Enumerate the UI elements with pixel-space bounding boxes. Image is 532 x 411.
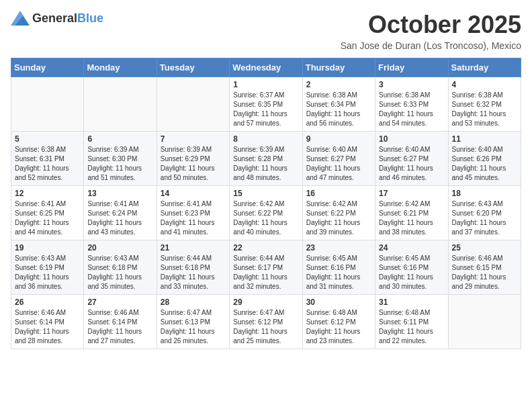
- cell-info: Sunrise: 6:41 AMSunset: 6:25 PMDaylight:…: [15, 199, 80, 237]
- calendar-cell: 18Sunrise: 6:43 AMSunset: 6:20 PMDayligh…: [448, 186, 521, 240]
- day-number: 26: [15, 298, 80, 307]
- day-number: 11: [452, 134, 517, 144]
- day-number: 16: [306, 189, 371, 198]
- cell-info: Sunrise: 6:48 AMSunset: 6:12 PMDaylight:…: [306, 308, 371, 346]
- weekday-header-thursday: Thursday: [302, 58, 375, 77]
- calendar-week-5: 26Sunrise: 6:46 AMSunset: 6:14 PMDayligh…: [11, 295, 521, 349]
- weekday-header-monday: Monday: [84, 58, 157, 77]
- calendar-cell: 26Sunrise: 6:46 AMSunset: 6:14 PMDayligh…: [11, 295, 84, 349]
- cell-info: Sunrise: 6:45 AMSunset: 6:16 PMDaylight:…: [306, 254, 371, 291]
- day-number: 5: [15, 134, 80, 144]
- day-number: 27: [87, 298, 152, 307]
- day-number: 19: [15, 243, 80, 253]
- cell-info: Sunrise: 6:42 AMSunset: 6:22 PMDaylight:…: [233, 199, 298, 237]
- day-number: 18: [452, 189, 517, 198]
- cell-info: Sunrise: 6:38 AMSunset: 6:31 PMDaylight:…: [15, 145, 80, 183]
- cell-info: Sunrise: 6:41 AMSunset: 6:24 PMDaylight:…: [87, 199, 152, 237]
- calendar-cell: 17Sunrise: 6:42 AMSunset: 6:21 PMDayligh…: [375, 186, 448, 240]
- calendar-cell: 14Sunrise: 6:41 AMSunset: 6:23 PMDayligh…: [157, 186, 229, 240]
- day-number: 17: [379, 189, 444, 198]
- cell-info: Sunrise: 6:40 AMSunset: 6:26 PMDaylight:…: [452, 145, 517, 183]
- cell-info: Sunrise: 6:46 AMSunset: 6:14 PMDaylight:…: [15, 308, 80, 346]
- cell-info: Sunrise: 6:40 AMSunset: 6:27 PMDaylight:…: [306, 145, 371, 183]
- cell-info: Sunrise: 6:42 AMSunset: 6:21 PMDaylight:…: [379, 199, 444, 237]
- calendar-cell: 9Sunrise: 6:40 AMSunset: 6:27 PMDaylight…: [302, 132, 375, 186]
- weekday-header-sunday: Sunday: [11, 58, 84, 77]
- calendar-cell: 28Sunrise: 6:47 AMSunset: 6:13 PMDayligh…: [157, 295, 229, 349]
- day-number: 23: [306, 243, 371, 253]
- calendar-cell: 11Sunrise: 6:40 AMSunset: 6:26 PMDayligh…: [448, 132, 521, 186]
- cell-info: Sunrise: 6:43 AMSunset: 6:19 PMDaylight:…: [15, 254, 80, 291]
- logo-general: General: [32, 11, 77, 25]
- calendar-cell: 25Sunrise: 6:46 AMSunset: 6:15 PMDayligh…: [448, 240, 521, 295]
- page-header: GeneralBlue October 2025 San Jose de Dur…: [11, 11, 521, 51]
- cell-info: Sunrise: 6:39 AMSunset: 6:30 PMDaylight:…: [87, 145, 152, 183]
- day-number: 4: [452, 80, 517, 89]
- calendar-cell: 16Sunrise: 6:42 AMSunset: 6:22 PMDayligh…: [302, 186, 375, 240]
- cell-info: Sunrise: 6:39 AMSunset: 6:29 PMDaylight:…: [161, 145, 226, 183]
- calendar-cell: 29Sunrise: 6:47 AMSunset: 6:12 PMDayligh…: [230, 295, 302, 349]
- calendar-cell: [157, 77, 229, 132]
- calendar-cell: 24Sunrise: 6:45 AMSunset: 6:16 PMDayligh…: [375, 240, 448, 295]
- cell-info: Sunrise: 6:44 AMSunset: 6:17 PMDaylight:…: [233, 254, 298, 291]
- calendar-cell: 19Sunrise: 6:43 AMSunset: 6:19 PMDayligh…: [11, 240, 84, 295]
- calendar-cell: 12Sunrise: 6:41 AMSunset: 6:25 PMDayligh…: [11, 186, 84, 240]
- weekday-header-wednesday: Wednesday: [230, 58, 302, 77]
- calendar-cell: 3Sunrise: 6:38 AMSunset: 6:33 PMDaylight…: [375, 77, 448, 132]
- cell-info: Sunrise: 6:43 AMSunset: 6:20 PMDaylight:…: [452, 199, 517, 237]
- cell-info: Sunrise: 6:38 AMSunset: 6:34 PMDaylight:…: [306, 91, 371, 128]
- calendar-cell: 15Sunrise: 6:42 AMSunset: 6:22 PMDayligh…: [230, 186, 302, 240]
- title-block: October 2025 San Jose de Duran (Los Tron…: [341, 11, 521, 51]
- weekday-header-tuesday: Tuesday: [157, 58, 229, 77]
- day-number: 25: [452, 243, 517, 253]
- day-number: 1: [233, 80, 298, 89]
- cell-info: Sunrise: 6:38 AMSunset: 6:32 PMDaylight:…: [452, 91, 517, 128]
- calendar-cell: 4Sunrise: 6:38 AMSunset: 6:32 PMDaylight…: [448, 77, 521, 132]
- weekday-header-saturday: Saturday: [448, 58, 521, 77]
- cell-info: Sunrise: 6:41 AMSunset: 6:23 PMDaylight:…: [161, 199, 226, 237]
- calendar-cell: 8Sunrise: 6:39 AMSunset: 6:28 PMDaylight…: [230, 132, 302, 186]
- logo: GeneralBlue: [11, 11, 103, 26]
- day-number: 14: [161, 189, 226, 198]
- cell-info: Sunrise: 6:43 AMSunset: 6:18 PMDaylight:…: [87, 254, 152, 291]
- day-number: 29: [233, 298, 298, 307]
- logo-blue: Blue: [77, 11, 103, 25]
- weekday-header-friday: Friday: [375, 58, 448, 77]
- day-number: 2: [306, 80, 371, 89]
- logo-icon: [11, 11, 30, 26]
- calendar-cell: 6Sunrise: 6:39 AMSunset: 6:30 PMDaylight…: [84, 132, 157, 186]
- day-number: 13: [87, 189, 152, 198]
- calendar-week-1: 1Sunrise: 6:37 AMSunset: 6:35 PMDaylight…: [11, 77, 521, 132]
- day-number: 20: [87, 243, 152, 253]
- cell-info: Sunrise: 6:39 AMSunset: 6:28 PMDaylight:…: [233, 145, 298, 183]
- day-number: 30: [306, 298, 371, 307]
- cell-info: Sunrise: 6:40 AMSunset: 6:27 PMDaylight:…: [379, 145, 444, 183]
- calendar-week-4: 19Sunrise: 6:43 AMSunset: 6:19 PMDayligh…: [11, 240, 521, 295]
- cell-info: Sunrise: 6:47 AMSunset: 6:13 PMDaylight:…: [161, 308, 226, 346]
- calendar-cell: 27Sunrise: 6:46 AMSunset: 6:14 PMDayligh…: [84, 295, 157, 349]
- cell-info: Sunrise: 6:46 AMSunset: 6:15 PMDaylight:…: [452, 254, 517, 291]
- day-number: 21: [161, 243, 226, 253]
- day-number: 24: [379, 243, 444, 253]
- calendar-cell: 23Sunrise: 6:45 AMSunset: 6:16 PMDayligh…: [302, 240, 375, 295]
- calendar-cell: [84, 77, 157, 132]
- calendar-cell: 1Sunrise: 6:37 AMSunset: 6:35 PMDaylight…: [230, 77, 302, 132]
- day-number: 6: [87, 134, 152, 144]
- location-title: San Jose de Duran (Los Troncoso), Mexico: [341, 40, 521, 51]
- calendar-cell: [11, 77, 84, 132]
- day-number: 15: [233, 189, 298, 198]
- calendar-cell: 20Sunrise: 6:43 AMSunset: 6:18 PMDayligh…: [84, 240, 157, 295]
- cell-info: Sunrise: 6:47 AMSunset: 6:12 PMDaylight:…: [233, 308, 298, 346]
- weekday-header-row: SundayMondayTuesdayWednesdayThursdayFrid…: [11, 58, 521, 77]
- cell-info: Sunrise: 6:46 AMSunset: 6:14 PMDaylight:…: [87, 308, 152, 346]
- calendar-cell: 30Sunrise: 6:48 AMSunset: 6:12 PMDayligh…: [302, 295, 375, 349]
- day-number: 10: [379, 134, 444, 144]
- calendar-cell: 5Sunrise: 6:38 AMSunset: 6:31 PMDaylight…: [11, 132, 84, 186]
- cell-info: Sunrise: 6:37 AMSunset: 6:35 PMDaylight:…: [233, 91, 298, 128]
- month-title: October 2025: [341, 11, 521, 39]
- calendar-cell: [448, 295, 521, 349]
- day-number: 8: [233, 134, 298, 144]
- calendar-week-2: 5Sunrise: 6:38 AMSunset: 6:31 PMDaylight…: [11, 132, 521, 186]
- day-number: 9: [306, 134, 371, 144]
- day-number: 28: [161, 298, 226, 307]
